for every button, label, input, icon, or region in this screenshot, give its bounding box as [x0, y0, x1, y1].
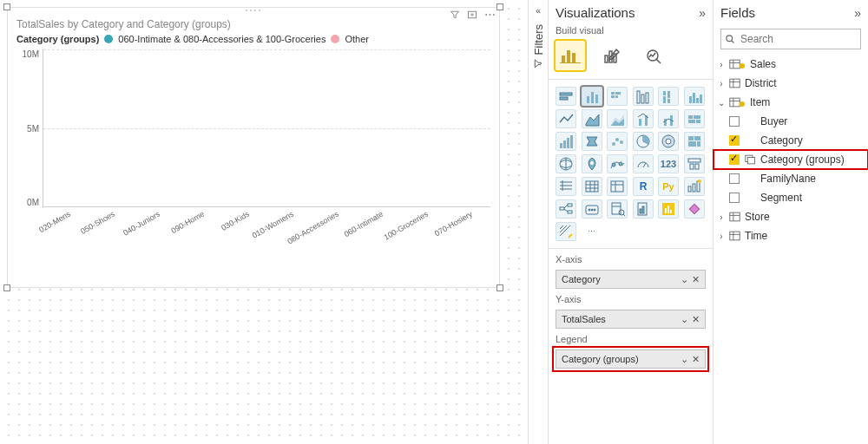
field-Category-(groups)[interactable]: Category (groups)	[713, 150, 868, 169]
chevron-down-icon[interactable]: ⌄	[713, 98, 729, 108]
checkbox[interactable]	[729, 135, 740, 146]
viz-type-5[interactable]	[684, 87, 705, 106]
field-Category[interactable]: Category	[713, 131, 868, 150]
viz-type-19[interactable]	[582, 154, 602, 173]
viz-type-14[interactable]	[607, 132, 628, 151]
viz-type-1[interactable]	[582, 87, 602, 106]
field-FamilyNane[interactable]: FamilyNane	[713, 169, 868, 188]
remove-field-icon[interactable]: ✕	[690, 354, 701, 365]
filters-pane-collapsed[interactable]: « Filters	[528, 0, 549, 444]
chevron-down-icon[interactable]: ⌄	[679, 274, 690, 285]
more-options-icon[interactable]: ⋯	[484, 10, 496, 20]
viz-type-25[interactable]	[582, 177, 602, 196]
table-Time[interactable]: ›Time	[713, 226, 868, 245]
viz-type-23[interactable]	[684, 154, 705, 173]
svg-rect-5	[562, 56, 565, 62]
checkbox[interactable]	[729, 116, 740, 127]
viz-type-31[interactable]	[582, 199, 602, 219]
viz-type-0[interactable]	[556, 87, 576, 106]
viz-type-2[interactable]	[607, 87, 628, 106]
table-Store[interactable]: ›Store	[713, 207, 868, 226]
viz-type-15[interactable]	[633, 132, 654, 151]
search-input[interactable]	[720, 29, 861, 49]
remove-field-icon[interactable]: ✕	[690, 274, 701, 285]
viz-type-21[interactable]	[633, 154, 654, 173]
svg-rect-62	[688, 159, 700, 162]
resize-handle-bl[interactable]	[3, 284, 10, 291]
filter-icon[interactable]	[450, 10, 460, 20]
expand-filters-icon[interactable]: «	[536, 5, 541, 16]
viz-type-32[interactable]	[607, 199, 628, 219]
svg-rect-22	[615, 95, 618, 98]
viz-type-22[interactable]: 123	[658, 154, 679, 173]
viz-type-6[interactable]	[556, 109, 576, 128]
chevron-down-icon[interactable]: ⌄	[679, 314, 690, 325]
checkbox[interactable]	[729, 173, 740, 184]
resize-handle-tl[interactable]	[3, 3, 10, 10]
viz-more[interactable]: ⋯	[582, 222, 602, 241]
viz-type-36[interactable]	[556, 222, 576, 241]
viz-type-35[interactable]	[684, 199, 705, 219]
resize-handle-tr[interactable]	[496, 3, 503, 10]
viz-type-27[interactable]: R	[633, 177, 654, 196]
table-label: Sales	[748, 58, 865, 70]
report-canvas[interactable]: ⋯ TotalSales by Category and Category (g…	[0, 0, 528, 444]
y-axis-well[interactable]: TotalSales ⌄ ✕	[556, 310, 706, 329]
svg-rect-23	[637, 91, 640, 103]
resize-handle-br[interactable]	[496, 284, 503, 291]
focus-mode-icon[interactable]	[467, 10, 477, 20]
x-axis-well[interactable]: Category ⌄ ✕	[556, 270, 706, 289]
viz-type-26[interactable]	[607, 177, 628, 196]
viz-type-30[interactable]	[556, 199, 576, 219]
table-Sales[interactable]: ›Sales	[713, 55, 868, 74]
bar-label: 060-Intimate	[343, 209, 385, 238]
svg-rect-30	[689, 96, 692, 103]
chart-tile[interactable]: ⋯ TotalSales by Category and Category (g…	[7, 7, 500, 288]
viz-type-33[interactable]	[633, 199, 654, 219]
analytics-tab[interactable]	[639, 41, 668, 70]
collapse-visualizations-icon[interactable]: »	[699, 6, 706, 20]
table-District[interactable]: ›District	[713, 74, 868, 93]
svg-rect-84	[568, 204, 572, 206]
table-Item[interactable]: ⌄Item	[713, 93, 868, 112]
checkbox[interactable]	[729, 154, 740, 165]
viz-type-29[interactable]	[684, 177, 705, 196]
viz-type-4[interactable]	[658, 87, 679, 106]
chevron-right-icon[interactable]: ›	[713, 212, 729, 222]
chart-plot[interactable]: 020-Mens050-Shoes040-Juniors090-Home030-…	[43, 49, 490, 207]
viz-type-8[interactable]	[607, 109, 628, 128]
viz-type-10[interactable]	[658, 109, 679, 128]
chevron-right-icon[interactable]: ›	[713, 60, 729, 69]
viz-type-11[interactable]	[684, 109, 705, 128]
format-visual-tab[interactable]	[597, 41, 627, 70]
field-Buyer[interactable]: Buyer	[713, 112, 868, 131]
svg-point-1	[250, 10, 252, 11]
checkbox[interactable]	[729, 193, 740, 203]
chevron-right-icon[interactable]: ›	[713, 232, 729, 241]
viz-type-12[interactable]	[556, 132, 576, 151]
viz-type-13[interactable]	[582, 132, 602, 151]
svg-rect-26	[663, 91, 666, 95]
svg-point-47	[615, 138, 619, 141]
chevron-down-icon[interactable]: ⌄	[679, 354, 690, 365]
drag-handle[interactable]	[236, 8, 271, 13]
viz-type-24[interactable]	[556, 177, 576, 196]
viz-type-34[interactable]	[658, 199, 679, 219]
svg-rect-44	[567, 138, 569, 148]
viz-type-7[interactable]	[582, 109, 602, 128]
legend-well[interactable]: Category (groups) ⌄ ✕	[556, 349, 706, 369]
viz-type-16[interactable]	[658, 132, 679, 151]
viz-type-9[interactable]	[633, 109, 654, 128]
chevron-right-icon[interactable]: ›	[713, 79, 729, 88]
viz-type-17[interactable]	[684, 132, 705, 151]
svg-point-51	[666, 139, 671, 144]
viz-type-20[interactable]	[607, 154, 628, 173]
svg-rect-80	[693, 184, 695, 192]
remove-field-icon[interactable]: ✕	[690, 314, 701, 325]
viz-type-3[interactable]	[633, 87, 654, 106]
viz-type-28[interactable]: Py	[658, 177, 679, 196]
build-visual-tab[interactable]	[556, 41, 585, 70]
viz-type-18[interactable]	[556, 154, 576, 173]
field-Segment[interactable]: Segment	[713, 188, 868, 207]
collapse-fields-icon[interactable]: »	[854, 6, 861, 20]
